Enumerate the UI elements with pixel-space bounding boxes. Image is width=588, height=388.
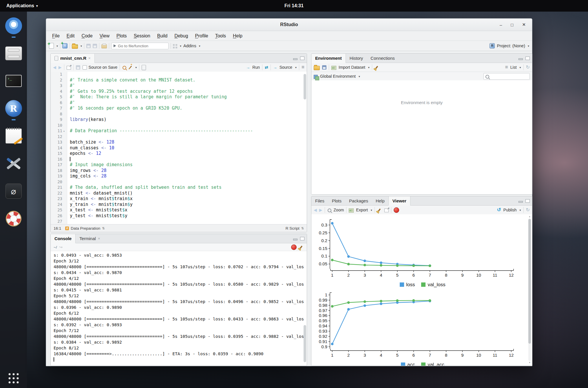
show-applications-button[interactable] (8, 373, 19, 383)
dock-item-text-editor[interactable] (5, 127, 23, 145)
code-tools-icon[interactable] (129, 66, 132, 70)
console-scrollbar[interactable] (304, 325, 306, 362)
scroll-up-icon[interactable]: ▴ (528, 215, 532, 218)
menu-edit[interactable]: Edit (63, 32, 78, 39)
menu-code[interactable]: Code (78, 32, 96, 39)
maximize-pane-icon[interactable] (525, 199, 530, 203)
point-val_acc-6[interactable] (412, 299, 415, 302)
code-line-3[interactable]: 3#' (51, 83, 307, 89)
minimize-pane-icon[interactable] (518, 201, 523, 203)
export-label[interactable]: Export (356, 208, 368, 212)
point-val_acc-4[interactable] (380, 300, 382, 302)
compile-report-icon[interactable] (142, 65, 146, 70)
project-label[interactable]: Project: (None) (497, 43, 525, 48)
menu-session[interactable]: Session (131, 32, 154, 39)
code-line-14[interactable]: 14num_classes <- 10 (51, 145, 307, 151)
export-icon[interactable] (349, 208, 354, 213)
point-val_acc-2[interactable] (347, 301, 350, 304)
code-line-6[interactable]: 6#' (51, 100, 307, 106)
scroll-down-icon[interactable]: ▾ (528, 361, 532, 365)
code-line-2[interactable]: 2#' Trains a simple convnet on the MNIST… (51, 77, 307, 83)
point-loss-3[interactable] (364, 260, 366, 262)
clear-console-icon[interactable] (300, 246, 303, 249)
code-line-5[interactable]: 5#' Note: There is still a large margin … (51, 94, 307, 100)
code-line-25[interactable]: 25x_test <- mnist$test$x (51, 207, 307, 213)
code-line-19[interactable]: 19img_cols <- 28 (51, 173, 307, 179)
dock-item-help[interactable] (5, 210, 23, 228)
tab-plots[interactable]: Plots (328, 196, 345, 205)
code-tools-dropdown-icon[interactable]: ▾ (135, 66, 137, 69)
point-val_acc-3[interactable] (364, 300, 366, 303)
open-file-icon[interactable] (72, 44, 78, 49)
fold-icon[interactable]: ▾ (63, 128, 65, 134)
dock-item-dark-app[interactable]: ⌀ (5, 182, 23, 200)
list-dropdown-icon[interactable]: ▾ (520, 66, 521, 69)
open-in-new-window-icon[interactable] (67, 66, 71, 70)
console-output[interactable]: s: 0.0493 - val_acc: 0.9853Epoch 3/12480… (51, 251, 307, 366)
clear-viewer-icon[interactable] (378, 208, 381, 212)
point-loss-4[interactable] (380, 262, 382, 264)
code-line-16[interactable]: 16 (51, 157, 307, 162)
menu-profile[interactable]: Profile (192, 32, 211, 39)
back-icon[interactable]: ◀ (314, 208, 317, 212)
addins-label[interactable]: Addins (183, 43, 196, 48)
editor-scrollbar[interactable] (304, 74, 306, 99)
point-acc-4[interactable] (380, 302, 382, 305)
refresh-icon[interactable]: ↻ (526, 207, 530, 213)
code-line-18[interactable]: 18img_rows <- 28 (51, 168, 307, 174)
stop-icon[interactable] (394, 207, 399, 213)
working-directory[interactable]: ~/ (54, 245, 57, 249)
back-icon[interactable]: ◀ (53, 65, 56, 70)
source-on-save-checkbox[interactable] (83, 65, 87, 70)
dock-item-file-cabinet[interactable] (5, 44, 23, 62)
code-line-26[interactable]: 26y_test <- mnist$test$y (51, 213, 307, 219)
code-line-23[interactable]: 23x_train <- mnist$train$x (51, 196, 307, 202)
environment-scope-label[interactable]: Global Environment (320, 74, 356, 79)
scrollbar-thumb[interactable] (528, 219, 531, 344)
goto-file-input[interactable] (111, 43, 169, 49)
menu-debug[interactable]: Debug (171, 32, 191, 39)
scope-dropdown-icon[interactable]: ▾ (359, 75, 360, 78)
new-file-dropdown-icon[interactable]: ▾ (56, 44, 58, 48)
print-icon[interactable] (101, 44, 107, 48)
code-line-15[interactable]: 15epochs <- 12 (51, 151, 307, 157)
code-line-1[interactable]: 1 (51, 72, 307, 77)
interrupt-icon[interactable] (291, 244, 297, 250)
menu-file[interactable]: File (49, 32, 63, 39)
point-val_loss-4[interactable] (380, 264, 382, 267)
project-dropdown-icon[interactable]: ▾ (528, 44, 529, 48)
goto-directory-icon[interactable]: ↪ (59, 245, 63, 249)
point-val_acc-5[interactable] (396, 299, 399, 302)
point-val_loss-7[interactable] (429, 264, 431, 267)
point-val_loss-5[interactable] (396, 264, 399, 267)
close-button[interactable]: ✕ (522, 22, 526, 27)
export-dropdown-icon[interactable]: ▾ (371, 208, 372, 212)
save-icon[interactable] (86, 44, 91, 48)
publish-icon[interactable]: ↺ (497, 207, 501, 213)
scope-selector[interactable]: # Data Preparation ⇅ (65, 226, 105, 231)
menu-help[interactable]: Help (230, 32, 246, 39)
file-type-selector[interactable]: R Script ⇅ (286, 226, 304, 231)
source-button[interactable]: Source (280, 65, 292, 70)
tab-packages[interactable]: Packages (345, 196, 372, 205)
point-acc-2[interactable] (347, 308, 350, 311)
new-project-icon[interactable]: R (62, 43, 67, 48)
open-in-new-window-icon[interactable] (384, 208, 389, 212)
tab-viewer[interactable]: Viewer (388, 196, 410, 206)
forward-icon[interactable]: ▶ (59, 65, 62, 70)
save-icon[interactable] (76, 65, 80, 70)
menu-build[interactable]: Build (154, 32, 171, 39)
maximize-button[interactable]: □ (511, 22, 513, 27)
grid-dropdown-icon[interactable]: ▾ (180, 44, 181, 48)
tab-terminal[interactable]: Terminal× (76, 234, 104, 243)
point-val_loss-1[interactable] (331, 259, 334, 261)
list-view-icon[interactable]: ≡ (505, 64, 508, 70)
code-line-22[interactable]: 22mnist <- dataset_mnist() (51, 191, 307, 196)
run-arrow-icon[interactable]: → (246, 65, 250, 70)
code-line-10[interactable]: 10 (51, 123, 307, 128)
import-dropdown-icon[interactable]: ▾ (368, 66, 370, 69)
code-line-24[interactable]: 24y_train <- mnist$train$y (51, 202, 307, 208)
code-line-12[interactable]: 12 (51, 134, 307, 140)
tab-files[interactable]: Files (311, 196, 328, 205)
minimize-pane-icon[interactable] (518, 58, 523, 60)
